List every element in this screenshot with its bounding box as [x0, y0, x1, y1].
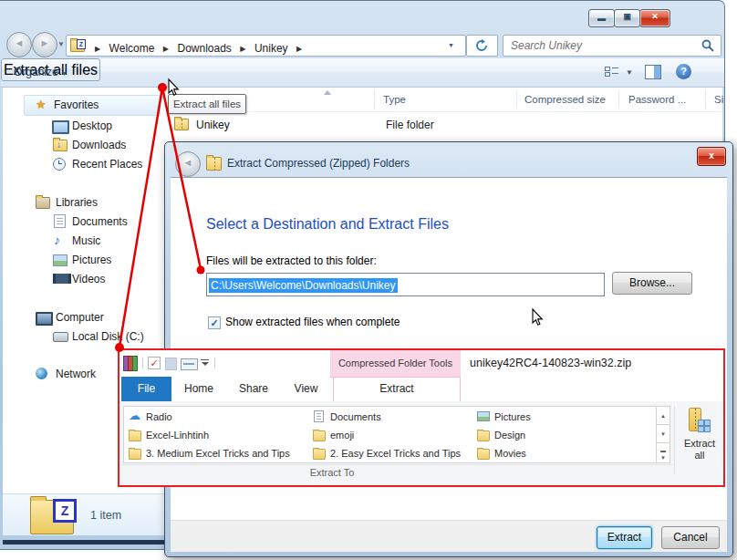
- address-dropdown-icon[interactable]: ▼: [448, 42, 454, 48]
- breadcrumb-arrow-icon[interactable]: ▶: [159, 45, 173, 53]
- qat-dropdown-icon[interactable]: [201, 359, 209, 368]
- zip-window-title: unikey42RC4-140823-win32.zip: [470, 357, 631, 369]
- destination-path-input[interactable]: C:\Users\Welcome\Downloads\Unikey: [206, 273, 605, 296]
- folder-icon: [313, 449, 326, 460]
- sidebar-label: Pictures: [72, 254, 111, 266]
- search-placeholder: Search Unikey: [511, 39, 582, 52]
- computer-icon: [36, 312, 53, 326]
- extract-label: Extract: [607, 531, 641, 544]
- gallery-item-label: 2. Easy Excel Tricks and Tips: [330, 448, 461, 459]
- gallery-item-label: Excel-Linhtinh: [146, 430, 209, 441]
- breadcrumb-item[interactable]: Welcome: [109, 42, 155, 55]
- extract-to-gallery: ☁ Radio Excel-Linhtinh 3. Medium Excel T…: [123, 406, 658, 463]
- local-disk-icon: [53, 332, 68, 342]
- search-box[interactable]: Search Unikey: [503, 35, 721, 57]
- folder-icon: [129, 430, 141, 441]
- show-files-checkbox[interactable]: ✓: [208, 316, 221, 329]
- breadcrumb-arrow-icon[interactable]: ▶: [235, 45, 250, 53]
- maximize-button[interactable]: ▣: [614, 9, 640, 27]
- qat-properties-icon[interactable]: [165, 358, 177, 370]
- folder-icon: [129, 449, 141, 460]
- column-header-password[interactable]: Password ...: [628, 94, 686, 105]
- minimize-button[interactable]: ▬: [588, 9, 615, 27]
- contextual-tab-label: Compressed Folder Tools: [338, 358, 452, 368]
- table-row[interactable]: Unikey File folder: [162, 115, 722, 135]
- views-dropdown-icon[interactable]: ▼: [626, 68, 633, 77]
- organize-button[interactable]: Organize ▼: [14, 66, 67, 78]
- desktop-icon: [52, 120, 69, 134]
- videos-icon: [53, 274, 71, 284]
- help-button[interactable]: ?: [676, 64, 691, 79]
- tab-file[interactable]: File: [121, 377, 171, 401]
- extract-button[interactable]: Extract: [597, 526, 652, 549]
- command-toolbar: Organize ▼ Extract all files ▼ ?: [1, 58, 724, 88]
- sidebar-label: Music: [72, 234, 100, 247]
- breadcrumb: ▶ Welcome ▶ Downloads ▶ Unikey ▶: [90, 39, 306, 56]
- search-icon[interactable]: [701, 39, 714, 52]
- tab-view[interactable]: View: [281, 377, 331, 401]
- sidebar-label: Recent Places: [72, 158, 142, 171]
- sidebar-label: Desktop: [72, 119, 112, 132]
- document-icon: [314, 410, 324, 422]
- breadcrumb-item[interactable]: Downloads: [177, 42, 231, 55]
- forward-button[interactable]: ►: [32, 32, 57, 57]
- tab-home[interactable]: Home: [171, 377, 226, 401]
- breadcrumb-arrow-icon: ▶: [90, 45, 105, 53]
- column-header-type[interactable]: Type: [383, 94, 406, 105]
- tab-label: File: [138, 382, 155, 395]
- tab-label: View: [295, 382, 318, 395]
- dialog-close-button[interactable]: x: [697, 147, 726, 166]
- checkbox-label[interactable]: Show extracted files when complete: [225, 316, 400, 328]
- back-button[interactable]: ◄: [6, 32, 32, 57]
- dialog-zip-icon: [206, 157, 222, 171]
- gallery-item-label: Pictures: [494, 411, 531, 422]
- tooltip: Extract all files: [168, 94, 246, 114]
- tab-share[interactable]: Share: [226, 377, 281, 401]
- dialog-heading: Select a Destination and Extract Files: [206, 216, 449, 233]
- sidebar-item-favorites[interactable]: ★ Favorites: [24, 95, 161, 116]
- folder-icon: [477, 449, 490, 460]
- column-header-size[interactable]: Si: [714, 94, 723, 105]
- preview-pane-button[interactable]: [645, 65, 661, 79]
- sidebar-label: Computer: [56, 311, 104, 324]
- breadcrumb-item[interactable]: Unikey: [254, 42, 288, 55]
- change-view-button[interactable]: [605, 67, 618, 78]
- tab-extract[interactable]: Extract: [333, 377, 461, 401]
- downloads-icon: ↓: [53, 140, 67, 151]
- close-icon: ✕: [640, 12, 670, 21]
- tooltip-text: Extract all files: [173, 99, 241, 109]
- maximize-icon: ▣: [615, 12, 639, 21]
- gallery-item-label: Radio: [146, 411, 172, 422]
- organize-dropdown-icon: ▼: [61, 70, 67, 77]
- dialog-footer: Extract Cancel: [171, 520, 727, 552]
- file-name[interactable]: Unikey: [196, 119, 230, 131]
- sidebar-label: Libraries: [56, 196, 98, 209]
- sidebar-label: Local Disk (C:): [72, 330, 144, 343]
- dialog-back-button[interactable]: ◄: [175, 151, 201, 177]
- breadcrumb-arrow-icon[interactable]: ▶: [292, 45, 306, 53]
- qat-monitor-icon[interactable]: [181, 358, 198, 370]
- gallery-item-label: Movies: [494, 448, 526, 459]
- sidebar-label: Network: [56, 368, 96, 380]
- close-icon: x: [709, 150, 714, 161]
- screenshot-canvas: ▬ ▣ ✕ ◄ ► ▼ Z ▶ Welcome ▶ Downloads ▶ Un…: [0, 0, 737, 560]
- winrar-icon: [123, 356, 137, 369]
- recent-places-icon: [53, 158, 66, 171]
- cancel-button[interactable]: Cancel: [661, 526, 720, 549]
- extract-all-button[interactable]: Extract all: [678, 405, 721, 478]
- refresh-button[interactable]: [466, 35, 498, 57]
- browse-button[interactable]: Browse...: [612, 272, 692, 295]
- picture-icon: [477, 411, 490, 421]
- forward-icon: ►: [33, 37, 57, 48]
- back-icon: ◄: [176, 157, 200, 168]
- column-header-compressed-size[interactable]: Compressed size: [524, 94, 606, 105]
- gallery-expand-button[interactable]: ▬▼: [656, 442, 670, 463]
- gallery-item-label: 3. Medium Excel Tricks and Tips: [146, 448, 290, 459]
- nav-history-chevron-icon[interactable]: ▼: [57, 40, 65, 48]
- network-icon: [36, 368, 47, 379]
- qat-checkbox-icon[interactable]: ✓: [148, 357, 161, 369]
- pictures-icon: [53, 254, 67, 266]
- address-bar[interactable]: Z ▶ Welcome ▶ Downloads ▶ Unikey ▶ ▼: [66, 35, 466, 57]
- zip-folder-icon: Z: [70, 40, 85, 52]
- close-button[interactable]: ✕: [639, 9, 670, 27]
